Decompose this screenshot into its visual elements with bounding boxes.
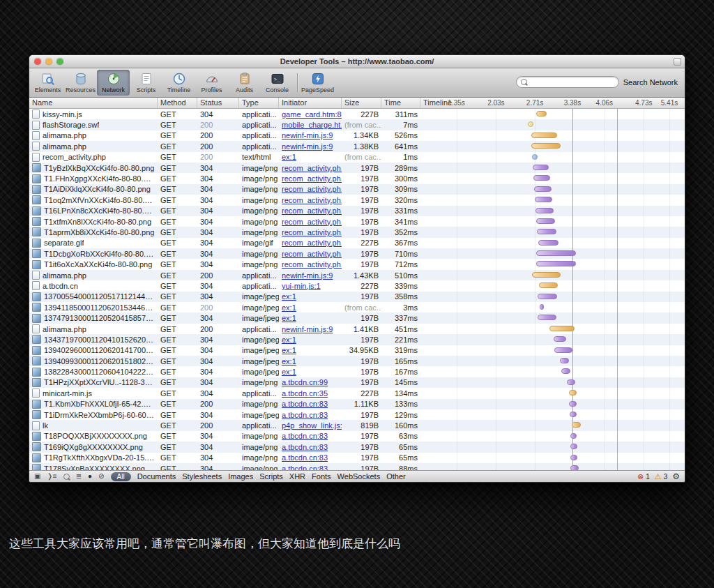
initiator-link[interactable]: a.tbcdn.cn:83 xyxy=(282,465,328,470)
table-row[interactable]: T1aprmXb8iXXcKi4fo-80-80.png GET 304 ima… xyxy=(29,227,685,237)
table-row[interactable]: separate.gif GET 304 image/gif recom_act… xyxy=(29,238,685,248)
record-icon[interactable]: ● xyxy=(88,472,92,481)
initiator-link[interactable]: a.tbcdn.cn:83 xyxy=(282,432,328,440)
initiator-link[interactable]: ex:1 xyxy=(282,292,296,301)
table-row[interactable]: recom_activity.php GET 200 text/html ex:… xyxy=(29,152,685,163)
resize-icon[interactable] xyxy=(674,58,681,66)
tab-profiles[interactable]: Profiles xyxy=(195,70,228,96)
table-row[interactable]: 134371970001120410152620.jpg GET 304 ima… xyxy=(29,334,685,345)
initiator-link[interactable]: ex:1 xyxy=(282,153,296,161)
initiator-link[interactable]: recom_activity.ph... xyxy=(282,196,342,204)
table-row[interactable]: T1it6oXcXaXXcKi4fo-80-80.png GET 304 ima… xyxy=(29,259,685,269)
list-view-icon[interactable]: ≣ xyxy=(76,472,82,481)
zoom-window-button[interactable] xyxy=(56,58,63,65)
minimize-window-button[interactable] xyxy=(45,58,52,65)
table-row[interactable]: T1HPzjXXptXXcrVlU..-1128-357.png GET 304… xyxy=(29,377,685,388)
initiator-link[interactable]: newinf-min.js:9 xyxy=(282,142,333,151)
initiator-link[interactable]: recom_activity.ph... xyxy=(282,206,342,215)
tab-audits[interactable]: Audits xyxy=(228,70,261,96)
initiator-link[interactable]: newinf-min.js:9 xyxy=(282,325,333,333)
tab-network[interactable]: Network xyxy=(97,70,130,96)
close-window-button[interactable] xyxy=(34,58,41,65)
column-header-size[interactable]: Size xyxy=(342,98,381,108)
initiator-link[interactable]: a.tbcdn.cn:83 xyxy=(282,443,328,451)
table-row[interactable]: T1oq2mXfVnXXcKi4fo-80-80.png GET 304 ima… xyxy=(29,195,685,205)
filter-images[interactable]: Images xyxy=(228,472,253,481)
filter-fonts[interactable]: Fonts xyxy=(312,472,331,481)
initiator-link[interactable]: recom_activity.ph... xyxy=(282,250,342,258)
warning-icon[interactable]: ⚠ xyxy=(655,472,662,481)
initiator-link[interactable]: newinf-min.js:9 xyxy=(282,131,333,140)
title-bar[interactable]: Developer Tools – http://www.taobao.com/ xyxy=(29,55,685,68)
initiator-link[interactable]: a.tbcdn.cn:99 xyxy=(282,378,328,386)
initiator-link[interactable]: yui-min.js:1 xyxy=(282,282,321,290)
search-box[interactable] xyxy=(516,76,619,88)
initiator-link[interactable]: a.tbcdn.cn:83 xyxy=(282,453,328,462)
table-row[interactable]: T1DcbgXoRbXXcKi4fo-80-80.png GET 304 ima… xyxy=(29,248,685,259)
dock-side-icon[interactable]: ❭≡ xyxy=(47,472,56,481)
tab-resources[interactable]: Resources xyxy=(64,70,97,96)
tab-elements[interactable]: Elements xyxy=(31,70,64,96)
table-row[interactable]: T1.FHnXgpgXXcKi4fo-80-80.png GET 304 ima… xyxy=(29,173,685,183)
initiator-link[interactable]: mobile_charge.ht... xyxy=(282,121,342,129)
table-row[interactable]: alimama.php GET 200 applicati... newinf-… xyxy=(29,270,685,280)
initiator-link[interactable]: recom_activity.ph... xyxy=(282,239,342,247)
column-header-initiator[interactable]: Initiator xyxy=(279,98,342,108)
column-header-name[interactable]: Name xyxy=(29,98,158,108)
filter-websockets[interactable]: WebSockets xyxy=(337,472,381,481)
tab-scripts[interactable]: Scripts xyxy=(130,70,162,96)
table-row[interactable]: alimama.php GET 200 applicati... newinf-… xyxy=(29,324,685,334)
table-row[interactable]: T169iQXg8gXXXXXXXX.png GET 304 image/png… xyxy=(29,442,685,452)
table-row[interactable]: 138228430001120604104222.jpg GET 304 ima… xyxy=(29,366,685,377)
initiator-link[interactable]: ex:1 xyxy=(282,314,296,322)
column-header-status[interactable]: Status xyxy=(197,98,239,108)
clear-icon[interactable]: ⊘ xyxy=(98,472,104,481)
table-row[interactable]: 139411850001120620153446.jpg GET 200 ima… xyxy=(29,302,685,312)
timeline-header[interactable]: Timeline 1.35s2.03s2.71s3.38s4.06s4.73s5… xyxy=(420,98,685,108)
initiator-link[interactable]: ex:1 xyxy=(282,336,296,344)
tab-pagespeed[interactable]: PageSpeed xyxy=(301,70,334,96)
initiator-link[interactable]: recom_activity.ph... xyxy=(282,164,342,172)
table-row[interactable]: lk GET 200 applicati... p4p_show_link.js… xyxy=(29,420,685,430)
table-row[interactable]: alimama.php GET 200 applicati... newinf-… xyxy=(29,141,685,151)
initiator-link[interactable]: a.tbcdn.cn:83 xyxy=(282,400,328,408)
table-row[interactable]: T1yBzlXkBqXXcKi4fo-80-80.png GET 304 ima… xyxy=(29,163,685,173)
initiator-link[interactable]: game_card.htm:80 xyxy=(282,110,342,119)
filter-scripts[interactable]: Scripts xyxy=(259,472,283,481)
table-row[interactable]: 139402960001120620141700.jpg GET 304 ima… xyxy=(29,345,685,356)
table-row[interactable]: minicart-min.js GET 304 applicati... a.t… xyxy=(29,388,685,398)
table-row[interactable]: 137005540001120517112144.jpg GET 304 ima… xyxy=(29,292,685,302)
table-row[interactable]: T178SvXnBaXXXXXXXX.png GET 304 image/png… xyxy=(29,463,685,470)
table-row[interactable]: 139409930001120620151802.jpg GET 304 ima… xyxy=(29,356,685,366)
statusbar-search-icon[interactable] xyxy=(63,474,70,480)
initiator-link[interactable]: recom_activity.ph... xyxy=(282,228,342,236)
initiator-link[interactable]: recom_activity.ph... xyxy=(282,218,342,226)
initiator-link[interactable]: recom_activity.ph... xyxy=(282,174,342,183)
initiator-link[interactable]: ex:1 xyxy=(282,346,296,354)
initiator-link[interactable]: recom_activity.ph... xyxy=(282,185,342,193)
table-row[interactable]: T1.KbmXbFhXXXL0fjI-65-42.png GET 200 ima… xyxy=(29,399,685,409)
column-header-time[interactable]: Time xyxy=(381,98,420,108)
filter-all[interactable]: All xyxy=(111,472,131,481)
table-row[interactable]: a.tbcdn.cn GET 304 applicati... yui-min.… xyxy=(29,280,685,291)
table-row[interactable]: 137479130001120520415857.jpg GET 304 ima… xyxy=(29,312,685,323)
table-row[interactable]: T18POQXXBjXXXXXXXX.png GET 304 image/png… xyxy=(29,431,685,442)
gear-icon[interactable]: ⚙ xyxy=(672,472,680,481)
initiator-link[interactable]: newinf-min.js:9 xyxy=(282,271,333,280)
initiator-link[interactable]: ex:1 xyxy=(282,303,296,312)
table-row[interactable]: T1xtfmXn8lXXcKi4fo-80-80.png GET 304 ima… xyxy=(29,216,685,227)
column-header-method[interactable]: Method xyxy=(158,98,197,108)
search-network-input[interactable] xyxy=(530,77,614,87)
table-row[interactable]: alimama.php GET 200 applicati... newinf-… xyxy=(29,130,685,141)
initiator-link[interactable]: a.tbcdn.cn:83 xyxy=(282,411,328,419)
table-row[interactable]: T1AiDiXklqXXcKi4fo-80-80.png GET 304 ima… xyxy=(29,184,685,195)
table-row[interactable]: T1RgTkXfthXXbgxVDa-20-15.png GET 304 ima… xyxy=(29,453,685,463)
initiator-link[interactable]: recom_activity.ph... xyxy=(282,260,342,269)
initiator-link[interactable]: ex:1 xyxy=(282,357,296,365)
filter-stylesheets[interactable]: Stylesheets xyxy=(182,472,222,481)
initiator-link[interactable]: p4p_show_link.js:6 xyxy=(282,421,342,430)
toggle-console-icon[interactable]: ▣ xyxy=(34,472,40,481)
column-header-type[interactable]: Type xyxy=(239,98,279,108)
table-row[interactable]: T16LPnXn8cXXcKi4fo-80-80.png GET 304 ima… xyxy=(29,206,685,216)
initiator-link[interactable]: a.tbcdn.cn:35 xyxy=(282,389,328,398)
